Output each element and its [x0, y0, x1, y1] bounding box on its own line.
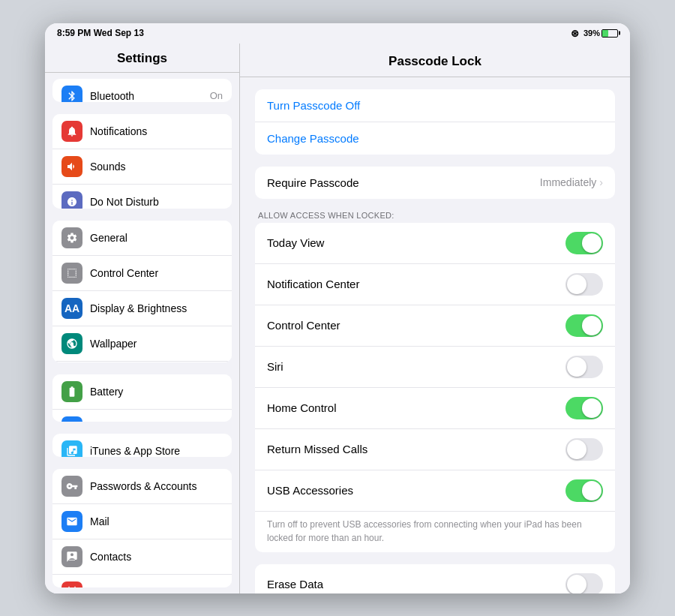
sidebar-section-5: iTunes & App Store	[52, 434, 232, 457]
sidebar-item-notifications[interactable]: Notifications	[52, 114, 232, 149]
siri-toggle-label: Siri	[267, 360, 566, 373]
wifi-icon: ⊛	[571, 28, 579, 39]
sidebar-title: Settings	[45, 44, 239, 73]
sidebar-item-privacy[interactable]: Privacy	[52, 410, 232, 422]
display-label: Display & Brightness	[90, 302, 223, 314]
today-view-toggle[interactable]	[566, 232, 603, 254]
sidebar-item-control-center[interactable]: Control Center	[52, 256, 232, 291]
usb-note: Turn off to prevent USB accessories from…	[255, 512, 615, 552]
main-body: Turn Passcode Off Change Passcode Requir…	[240, 77, 630, 593]
change-passcode-label: Change Passcode	[267, 132, 603, 145]
require-passcode-value: Immediately ›	[540, 176, 603, 188]
sidebar-section-bluetooth: Bluetooth On	[52, 79, 232, 102]
privacy-label: Privacy	[90, 421, 223, 422]
sounds-label: Sounds	[90, 161, 223, 173]
chevron-icon: ›	[599, 176, 603, 188]
sidebar-item-itunes[interactable]: iTunes & App Store	[52, 434, 232, 457]
siri-toggle-row: Siri	[255, 347, 615, 388]
sidebar-item-display[interactable]: AA Display & Brightness	[52, 291, 232, 326]
return-missed-calls-label: Return Missed Calls	[267, 443, 566, 455]
mail-label: Mail	[90, 515, 223, 527]
display-icon: AA	[62, 298, 82, 319]
privacy-icon	[62, 416, 82, 422]
battery-percent: 39%	[584, 29, 600, 38]
sidebar-item-mail[interactable]: Mail	[52, 504, 232, 539]
itunes-icon	[62, 440, 82, 457]
change-passcode-row[interactable]: Change Passcode	[255, 122, 615, 155]
erase-data-toggle[interactable]	[566, 573, 603, 593]
contacts-icon	[62, 546, 82, 567]
control-center-icon	[62, 263, 82, 284]
battery-icon	[62, 381, 82, 402]
sidebar-item-sounds[interactable]: Sounds	[52, 149, 232, 185]
require-passcode-row[interactable]: Require Passcode Immediately ›	[255, 167, 615, 199]
sidebar-section-4: Battery Privacy	[52, 374, 232, 422]
sidebar-section-3: General Control Center AA Display & Brig…	[52, 221, 232, 362]
sidebar-item-battery[interactable]: Battery	[52, 374, 232, 410]
battery-visual	[602, 29, 618, 38]
sidebar-item-bluetooth[interactable]: Bluetooth On	[52, 79, 232, 102]
sidebar-section-6: Passwords & Accounts Mail Contacts	[52, 469, 232, 587]
sidebar-item-passwords[interactable]: Passwords & Accounts	[52, 469, 232, 504]
battery-fill	[602, 30, 608, 37]
do-not-disturb-icon	[62, 191, 82, 209]
itunes-label: iTunes & App Store	[90, 445, 223, 457]
usb-accessories-toggle[interactable]	[566, 479, 603, 502]
control-center-label: Control Center	[90, 267, 223, 279]
contacts-label: Contacts	[90, 551, 223, 563]
control-center-toggle-row: Control Center	[255, 305, 615, 347]
status-time: 8:59 PM Wed Sep 13	[57, 28, 144, 38]
erase-data-section: Erase Data Erase all data on this iPad a…	[255, 564, 615, 593]
sidebar-item-do-not-disturb[interactable]: Do Not Disturb	[52, 185, 232, 209]
notifications-label: Notifications	[90, 125, 223, 137]
bluetooth-value: On	[210, 90, 223, 101]
bluetooth-label: Bluetooth	[90, 90, 210, 102]
main-title: Passcode Lock	[240, 44, 630, 77]
home-control-toggle[interactable]	[566, 397, 603, 419]
mail-icon	[62, 511, 82, 532]
access-toggles-section: Today View Notification Center Control C…	[255, 223, 615, 552]
require-passcode-label: Require Passcode	[267, 176, 540, 189]
calendar-label: Calendar	[90, 586, 223, 587]
sidebar: Settings Bluetooth On Notifications	[45, 44, 240, 593]
top-actions-section: Turn Passcode Off Change Passcode	[255, 89, 615, 155]
bluetooth-icon	[62, 86, 82, 102]
general-icon	[62, 227, 82, 248]
status-bar: 8:59 PM Wed Sep 13 ⊛ 39%	[45, 23, 630, 44]
today-view-label: Today View	[267, 236, 566, 249]
sidebar-item-siri[interactable]: Siri & Search	[52, 362, 232, 362]
wallpaper-icon	[62, 333, 82, 354]
return-missed-calls-row: Return Missed Calls	[255, 429, 615, 470]
notification-center-toggle[interactable]	[566, 273, 603, 296]
siri-toggle[interactable]	[566, 356, 603, 378]
sidebar-item-general[interactable]: General	[52, 221, 232, 256]
usb-accessories-row: USB Accessories	[255, 470, 615, 512]
calendar-icon	[62, 581, 82, 587]
require-passcode-section: Require Passcode Immediately ›	[255, 167, 615, 199]
usb-accessories-label: USB Accessories	[267, 484, 566, 497]
notification-center-label: Notification Center	[267, 278, 566, 290]
return-missed-calls-toggle[interactable]	[566, 438, 603, 461]
sidebar-item-wallpaper[interactable]: Wallpaper	[52, 326, 232, 362]
notification-center-row: Notification Center	[255, 264, 615, 305]
control-center-toggle[interactable]	[566, 314, 603, 337]
general-label: General	[90, 232, 223, 244]
erase-data-label: Erase Data	[267, 578, 566, 590]
content-area: Settings Bluetooth On Notifications	[45, 44, 630, 593]
passwords-label: Passwords & Accounts	[90, 480, 223, 492]
sidebar-item-calendar[interactable]: Calendar	[52, 575, 232, 587]
erase-data-row: Erase Data	[255, 564, 615, 593]
sounds-icon	[62, 156, 82, 177]
battery-label: Battery	[90, 386, 223, 398]
battery-indicator: 39%	[584, 29, 618, 38]
sidebar-section-2: Notifications Sounds Do Not Disturb	[52, 114, 232, 209]
passwords-icon	[62, 476, 82, 497]
today-view-row: Today View	[255, 223, 615, 264]
home-control-label: Home Control	[267, 401, 566, 414]
home-control-row: Home Control	[255, 388, 615, 429]
do-not-disturb-label: Do Not Disturb	[90, 196, 223, 208]
ipad-frame: 8:59 PM Wed Sep 13 ⊛ 39% Settings Bl	[45, 23, 630, 593]
control-center-toggle-label: Control Center	[267, 319, 566, 332]
sidebar-item-contacts[interactable]: Contacts	[52, 539, 232, 575]
turn-passcode-off-row[interactable]: Turn Passcode Off	[255, 89, 615, 122]
